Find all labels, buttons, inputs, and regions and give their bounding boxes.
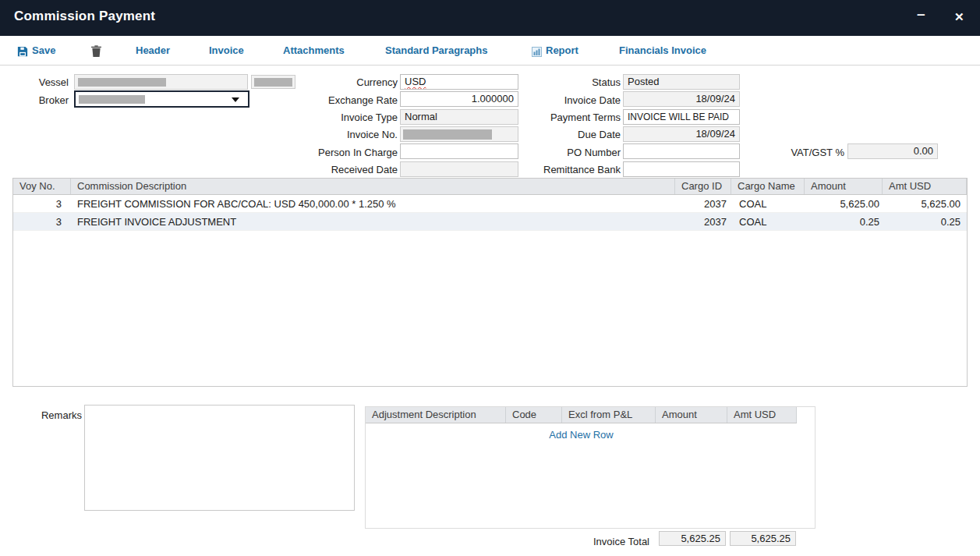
col-description[interactable]: Commission Description [71, 179, 675, 194]
add-new-row-link[interactable]: Add New Row [366, 429, 797, 441]
tab-standard-paragraphs[interactable]: Standard Paragraphs [385, 44, 488, 56]
cell-amt-usd: 0.25 [883, 213, 967, 230]
cell-cargo-id: 2037 [675, 213, 731, 230]
cell-description: FREIGHT INVOICE ADJUSTMENT [71, 213, 675, 230]
exchange-rate-label: Exchange Rate [281, 94, 398, 106]
due-date-label: Due Date [505, 129, 621, 140]
po-number-input[interactable] [623, 143, 740, 159]
report-chart-icon[interactable] [532, 46, 542, 60]
invoice-date-label: Invoice Date [505, 94, 621, 106]
col-amt-usd[interactable]: Amt USD [883, 179, 967, 194]
table-row[interactable]: 3 FREIGHT INVOICE ADJUSTMENT 2037 COAL 0… [13, 213, 967, 231]
cell-cargo-name: COAL [731, 195, 805, 212]
col-cargo-id[interactable]: Cargo ID [675, 179, 731, 194]
cell-description: FREIGHT COMMISSION FOR ABC/COAL: USD 450… [71, 195, 675, 212]
col-voy-no[interactable]: Voy No. [13, 179, 71, 194]
adjustment-table: Adjustment Description Code Excl from P&… [365, 406, 815, 529]
invoice-no-label: Invoice No. [281, 129, 398, 140]
tab-header[interactable]: Header [136, 44, 170, 56]
vat-gst-label: VAT/GST % [776, 147, 844, 158]
received-date-label: Received Date [281, 164, 398, 175]
minimize-icon[interactable]: – [917, 6, 925, 22]
tab-attachments[interactable]: Attachments [283, 44, 345, 56]
broker-dropdown[interactable] [74, 90, 249, 108]
vessel-label: Vessel [16, 76, 69, 88]
exchange-rate-input[interactable]: 1.000000 [400, 91, 518, 107]
save-button[interactable]: Save [32, 44, 55, 56]
chevron-down-icon [232, 97, 239, 102]
page-title: Commission Payment [14, 9, 155, 24]
col-amount[interactable]: Amount [656, 407, 727, 423]
invoice-date-input[interactable]: 18/09/24 [623, 91, 740, 107]
due-date-input[interactable]: 18/09/24 [623, 126, 740, 142]
cell-amount: 0.25 [805, 213, 883, 230]
cell-voy-no: 3 [13, 213, 71, 230]
remarks-label: Remarks [30, 409, 82, 421]
col-excl-from-pl[interactable]: Excl from P&L [562, 407, 656, 423]
delete-icon[interactable] [91, 45, 101, 60]
cell-cargo-id: 2037 [675, 195, 731, 212]
remittance-bank-input[interactable] [623, 161, 740, 177]
commission-payment-window: Commission Payment – ✕ Save Header Invoi… [0, 0, 980, 556]
save-icon[interactable] [17, 46, 28, 60]
person-in-charge-input[interactable] [400, 143, 518, 159]
tab-invoice[interactable]: Invoice [209, 44, 244, 56]
broker-label: Broker [16, 94, 69, 106]
currency-value: USD [405, 76, 426, 87]
remarks-input[interactable] [84, 405, 355, 511]
report-button[interactable]: Report [546, 44, 578, 56]
vat-gst-input[interactable]: 0.00 [847, 143, 938, 159]
cell-voy-no: 3 [13, 195, 71, 212]
invoice-total-amount: 5,625.25 [659, 531, 726, 546]
redacted-vessel-value [78, 78, 166, 87]
remittance-bank-label: Remittance Bank [505, 164, 621, 175]
invoice-no-input[interactable] [400, 126, 518, 142]
cell-cargo-name: COAL [731, 213, 805, 230]
received-date-input[interactable] [400, 161, 518, 177]
redacted-invoice-no [403, 129, 492, 140]
col-amount[interactable]: Amount [805, 179, 883, 194]
close-icon[interactable]: ✕ [954, 9, 964, 25]
col-code[interactable]: Code [506, 407, 562, 423]
redacted-broker-value [79, 95, 145, 104]
payment-terms-input[interactable]: INVOICE WILL BE PAID [623, 109, 740, 125]
po-number-label: PO Number [505, 147, 621, 158]
commission-table: Voy No. Commission Description Cargo ID … [12, 178, 968, 387]
currency-label: Currency [281, 76, 398, 88]
adjustment-table-header: Adjustment Description Code Excl from P&… [366, 407, 797, 423]
currency-input[interactable]: USD [400, 74, 518, 90]
col-adjustment-description[interactable]: Adjustment Description [366, 407, 506, 423]
cell-amt-usd: 5,625.00 [883, 195, 967, 212]
col-amt-usd[interactable]: Amt USD [727, 407, 797, 423]
title-bar: Commission Payment – ✕ [0, 0, 980, 36]
payment-terms-label: Payment Terms [505, 112, 621, 123]
toolbar: Save Header Invoice Attachments Standard… [0, 36, 980, 66]
col-cargo-name[interactable]: Cargo Name [731, 179, 805, 194]
invoice-type-input[interactable]: Normal [400, 109, 518, 125]
cell-amount: 5,625.00 [805, 195, 883, 212]
invoice-total-label: Invoice Total [544, 536, 649, 547]
table-row[interactable]: 3 FREIGHT COMMISSION FOR ABC/COAL: USD 4… [13, 195, 967, 213]
vessel-input[interactable] [74, 74, 248, 90]
status-label: Status [505, 76, 621, 88]
status-input[interactable]: Posted [623, 74, 740, 90]
invoice-total-amt-usd: 5,625.25 [730, 531, 796, 546]
financials-invoice-button[interactable]: Financials Invoice [619, 44, 706, 56]
invoice-type-label: Invoice Type [281, 112, 398, 123]
commission-table-header: Voy No. Commission Description Cargo ID … [13, 179, 967, 195]
person-in-charge-label: Person In Charge [281, 147, 398, 158]
